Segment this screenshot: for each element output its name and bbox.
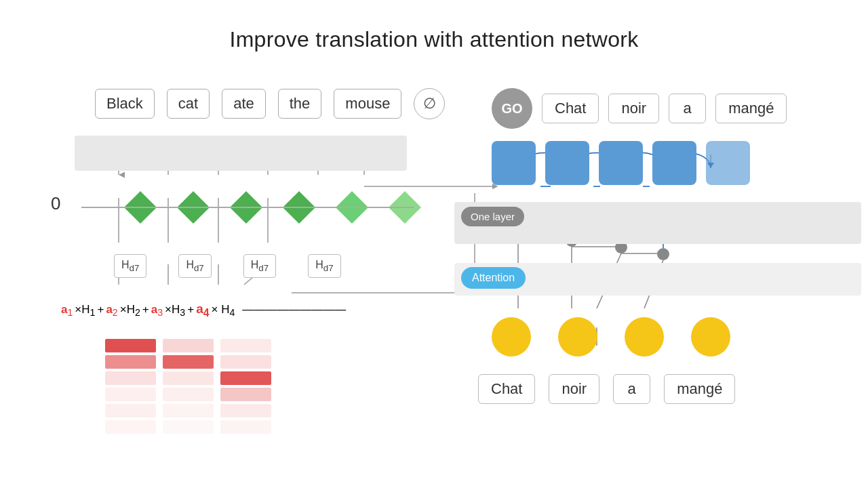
heatmap-cell xyxy=(105,388,156,401)
h-box-4: Hd7 xyxy=(308,254,340,278)
heatmap-cell xyxy=(220,404,271,418)
decoder-rnn-boxes xyxy=(492,141,750,185)
output-token-a: a xyxy=(613,374,650,404)
blue-box-3 xyxy=(599,141,643,185)
heatmap-cell xyxy=(105,404,156,418)
token-ate: ate xyxy=(222,89,266,119)
decoder-token-a: a xyxy=(669,94,706,123)
decoder-input-tokens: GO Chat noir a mangé xyxy=(492,88,787,129)
one-layer-label: One layer xyxy=(461,207,524,226)
heatmap-cell xyxy=(163,355,214,369)
decoder-token-noir: noir xyxy=(608,94,659,123)
plus3: + xyxy=(187,303,194,317)
token-the: the xyxy=(278,89,322,119)
a3: a3 xyxy=(151,303,163,318)
main-diagram: Black cat ate the mouse ∅ 0 Hd7 Hd7 Hd7 xyxy=(0,68,868,488)
decoder-token-chat: Chat xyxy=(542,94,599,123)
heatmap-cell xyxy=(163,420,214,434)
plus1: + xyxy=(97,303,104,317)
token-go: GO xyxy=(492,88,532,129)
heatmap-col-3 xyxy=(220,339,271,434)
heatmap xyxy=(105,339,271,434)
yellow-circle-1 xyxy=(492,317,531,357)
times1: ×H1 xyxy=(75,303,95,318)
hidden-state-boxes: Hd7 Hd7 Hd7 Hd7 xyxy=(114,254,341,278)
a4: a4 xyxy=(196,302,209,319)
heatmap-cell xyxy=(163,371,214,385)
encoder-band xyxy=(75,136,407,171)
heatmap-cell xyxy=(105,339,156,352)
encoder-arrow-line xyxy=(81,207,414,208)
blue-box-5 xyxy=(706,141,750,185)
blue-box-1 xyxy=(492,141,536,185)
yellow-circle-4 xyxy=(691,317,730,357)
yellow-circle-3 xyxy=(625,317,664,357)
times4: × H4 xyxy=(212,303,235,318)
input-tokens-row: Black cat ate the mouse ∅ xyxy=(95,88,445,119)
page-title: Improve translation with attention netwo… xyxy=(0,0,868,52)
heatmap-cell xyxy=(105,420,156,434)
output-tokens-row: Chat noir a mangé xyxy=(478,374,735,404)
heatmap-col-2 xyxy=(163,339,214,434)
yellow-circles-row xyxy=(492,317,730,357)
blue-box-2 xyxy=(545,141,589,185)
dash: ————————— xyxy=(242,303,346,317)
heatmap-cell xyxy=(220,420,271,434)
heatmap-cell xyxy=(220,388,271,401)
token-cat: cat xyxy=(167,89,210,119)
times2: ×H2 xyxy=(120,303,140,318)
heatmap-cell xyxy=(163,388,214,401)
yellow-circle-2 xyxy=(558,317,597,357)
heatmap-col-1 xyxy=(105,339,156,434)
heatmap-cell xyxy=(105,355,156,369)
token-black: Black xyxy=(95,89,155,119)
heatmap-cell xyxy=(163,339,214,352)
a2: a2 xyxy=(106,303,117,318)
token-null: ∅ xyxy=(414,88,445,119)
heatmap-cell xyxy=(220,355,271,369)
blue-box-4 xyxy=(652,141,696,185)
times3: ×H3 xyxy=(165,303,185,318)
plus2: + xyxy=(142,303,149,317)
output-token-chat: Chat xyxy=(478,374,535,404)
heatmap-cell xyxy=(105,371,156,385)
attention-formula: a1 ×H1 + a2 ×H2 + a3 ×H3 + a4 × H4 —————… xyxy=(61,302,346,319)
heatmap-cell xyxy=(163,404,214,418)
attention-label: Attention xyxy=(461,267,526,289)
decoder-token-mange: mangé xyxy=(715,94,787,123)
h-box-2: Hd7 xyxy=(178,254,211,278)
heatmap-cell xyxy=(220,371,271,385)
output-token-mange: mangé xyxy=(664,374,735,404)
zero-label: 0 xyxy=(51,193,60,214)
output-token-noir: noir xyxy=(549,374,599,404)
h-box-1: Hd7 xyxy=(114,254,146,278)
heatmap-cell xyxy=(220,339,271,352)
token-mouse: mouse xyxy=(334,89,401,119)
h-box-3: Hd7 xyxy=(243,254,276,278)
a1: a1 xyxy=(61,303,73,318)
